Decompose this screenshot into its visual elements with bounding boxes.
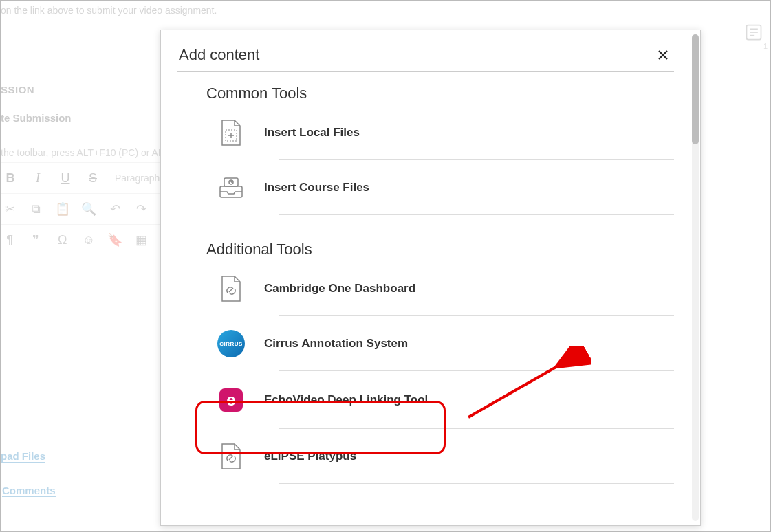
- item-divider: [279, 483, 674, 484]
- modal-title: Add content: [179, 46, 259, 64]
- section-additional-tools: Additional Tools: [161, 228, 691, 261]
- add-content-modal: Add content Common Tools: [160, 30, 701, 526]
- close-icon: [658, 49, 669, 60]
- tool-label: Cambridge One Dashboard: [264, 282, 415, 296]
- tool-insert-course-files[interactable]: Insert Course Files: [177, 160, 674, 215]
- file-plus-icon: [217, 119, 245, 146]
- tool-label: Insert Course Files: [264, 181, 369, 195]
- tool-elipse-platypus[interactable]: eLIPSE Platypus: [177, 429, 674, 484]
- modal-header: Add content: [161, 30, 691, 71]
- close-button[interactable]: [653, 45, 673, 65]
- svg-line-15: [229, 456, 233, 460]
- section-common-tools: Common Tools: [161, 72, 691, 105]
- file-link-icon: [217, 275, 245, 302]
- tool-echovideo[interactable]: e EchoVideo Deep Linking Tool: [177, 371, 674, 429]
- tool-label: EchoVideo Deep Linking Tool: [264, 393, 428, 407]
- tray-icon: [217, 174, 245, 201]
- tool-label: Cirrus Annotation System: [264, 337, 408, 351]
- tool-cambridge-one[interactable]: Cambridge One Dashboard: [177, 261, 674, 316]
- tool-insert-local-files[interactable]: Insert Local Files: [177, 105, 674, 160]
- tool-label: Insert Local Files: [264, 126, 360, 140]
- file-link-icon: [217, 443, 245, 470]
- tool-label: eLIPSE Platypus: [264, 450, 356, 463]
- scrollbar-thumb[interactable]: [692, 34, 699, 144]
- cirrus-icon: CIRRUS: [217, 330, 245, 357]
- svg-line-14: [229, 288, 233, 292]
- item-divider: [279, 214, 674, 215]
- tool-cirrus[interactable]: CIRRUS Cirrus Annotation System: [177, 316, 674, 371]
- common-tools-list: Insert Local Files: [161, 105, 691, 222]
- echovideo-icon: e: [217, 386, 245, 414]
- additional-tools-list: Cambridge One Dashboard CIRRUS Cirrus An…: [161, 261, 691, 491]
